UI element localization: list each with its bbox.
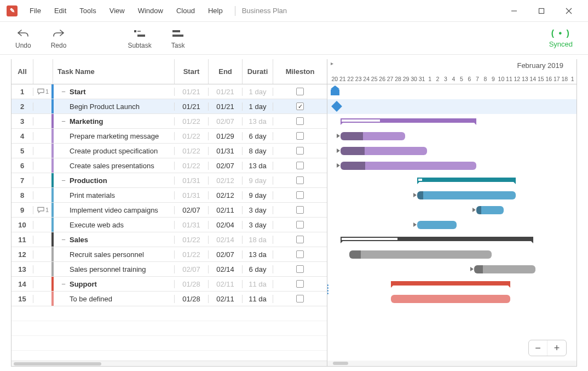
redo-button[interactable]: Redo — [51, 27, 67, 49]
task-name-cell[interactable]: To be defined — [53, 295, 175, 303]
menu-view[interactable]: View — [104, 4, 130, 17]
milestone-checkbox[interactable] — [296, 117, 304, 125]
gantt-row[interactable] — [327, 99, 577, 114]
subtask-button[interactable]: Subtask — [128, 27, 151, 49]
summary-bar[interactable] — [341, 237, 533, 241]
start-cell[interactable]: 02/07 — [175, 265, 209, 273]
start-marker-icon[interactable] — [331, 89, 339, 95]
zoom-in-button[interactable]: + — [547, 340, 566, 356]
duration-cell[interactable]: 13 da — [243, 117, 273, 125]
col-header-start[interactable]: Start — [175, 59, 209, 84]
milestone-cell[interactable] — [273, 102, 327, 110]
task-name-cell[interactable]: Prepare marketing message — [53, 132, 175, 140]
menu-help[interactable]: Help — [203, 4, 228, 17]
table-row-empty[interactable] — [11, 336, 327, 351]
task-name-cell[interactable]: −Marketing — [53, 117, 175, 125]
task-name-cell[interactable]: Execute web ads — [53, 221, 175, 229]
duration-cell[interactable]: 8 day — [243, 147, 273, 155]
milestone-checkbox[interactable] — [296, 250, 304, 258]
milestone-cell[interactable] — [273, 250, 327, 258]
milestone-cell[interactable] — [273, 295, 327, 302]
gantt-row[interactable] — [327, 129, 577, 144]
start-cell[interactable]: 01/28 — [175, 280, 209, 288]
col-header-all[interactable]: All — [11, 59, 33, 84]
table-row[interactable]: 91Implement video campaigns02/0702/113 d… — [11, 203, 327, 218]
end-cell[interactable]: 01/29 — [209, 132, 243, 140]
task-button[interactable]: Task — [171, 27, 185, 49]
col-header-milestone[interactable]: Mileston — [273, 59, 327, 84]
menu-file[interactable]: File — [24, 4, 47, 17]
sync-status[interactable]: ( • ) Synced — [549, 28, 573, 48]
end-cell[interactable]: 02/07 — [209, 117, 243, 125]
end-cell[interactable]: 02/12 — [209, 176, 243, 185]
task-name-cell[interactable]: Create sales presentations — [53, 162, 175, 170]
end-cell[interactable]: 02/12 — [209, 191, 243, 199]
summary-bar[interactable] — [341, 118, 476, 123]
milestone-checkbox[interactable] — [296, 176, 304, 184]
task-name-cell[interactable]: Sales personnel training — [53, 265, 175, 273]
menu-window[interactable]: Window — [132, 4, 169, 17]
task-name-cell[interactable]: Create product specification — [53, 147, 175, 155]
end-cell[interactable]: 02/11 — [209, 295, 243, 303]
milestone-checkbox[interactable] — [296, 102, 304, 110]
menu-tools[interactable]: Tools — [74, 4, 101, 17]
duration-cell[interactable]: 1 day — [243, 88, 273, 96]
collapse-icon[interactable]: − — [60, 280, 67, 288]
milestone-checkbox[interactable] — [296, 162, 304, 169]
table-row[interactable]: 4Prepare marketing message01/2201/296 da… — [11, 129, 327, 144]
task-name-cell[interactable]: −Sales — [53, 236, 175, 244]
milestone-marker[interactable] — [331, 101, 342, 112]
milestone-checkbox[interactable] — [296, 88, 304, 95]
minimize-button[interactable] — [501, 0, 527, 22]
milestone-checkbox[interactable] — [296, 191, 304, 199]
milestone-cell[interactable] — [273, 236, 327, 243]
duration-cell[interactable]: 9 day — [243, 176, 273, 185]
duration-cell[interactable]: 11 da — [243, 295, 273, 303]
gantt-row[interactable] — [327, 173, 577, 188]
task-bar[interactable] — [476, 206, 504, 214]
summary-bar[interactable] — [391, 281, 510, 286]
end-cell[interactable]: 02/11 — [209, 280, 243, 288]
task-name-cell[interactable]: −Production — [53, 176, 175, 185]
collapse-icon[interactable]: − — [60, 236, 67, 244]
duration-cell[interactable]: 6 day — [243, 132, 273, 140]
milestone-checkbox[interactable] — [296, 221, 304, 229]
end-cell[interactable]: 01/21 — [209, 102, 243, 111]
milestone-checkbox[interactable] — [296, 147, 304, 155]
duration-cell[interactable]: 13 da — [243, 250, 273, 259]
table-row[interactable]: 8Print materials01/3102/129 day — [11, 188, 327, 203]
end-cell[interactable]: 02/14 — [209, 265, 243, 273]
scrollbar-thumb[interactable] — [333, 362, 348, 365]
table-row[interactable]: 15To be defined01/2802/1111 da — [11, 292, 327, 306]
table-row[interactable]: 11−Sales01/2202/1418 da — [11, 232, 327, 247]
collapse-icon[interactable]: − — [60, 176, 67, 185]
end-cell[interactable]: 02/07 — [209, 162, 243, 170]
milestone-cell[interactable] — [273, 147, 327, 155]
gantt-row[interactable] — [327, 218, 577, 232]
scrollbar-thumb[interactable] — [14, 362, 101, 366]
start-cell[interactable]: 01/31 — [175, 191, 209, 199]
start-cell[interactable]: 01/22 — [175, 162, 209, 170]
gantt-row[interactable] — [327, 232, 577, 247]
table-row[interactable]: 2Begin Product Launch01/2101/211 day — [11, 99, 327, 114]
milestone-cell[interactable] — [273, 265, 327, 273]
start-cell[interactable]: 01/21 — [175, 102, 209, 111]
task-bar[interactable] — [341, 162, 476, 170]
task-name-cell[interactable]: Begin Product Launch — [53, 102, 175, 111]
start-cell[interactable]: 01/22 — [175, 132, 209, 140]
duration-cell[interactable]: 1 day — [243, 102, 273, 111]
gantt-row[interactable] — [327, 277, 577, 292]
milestone-cell[interactable] — [273, 176, 327, 184]
table-row[interactable]: 6Create sales presentations01/2202/0713 … — [11, 158, 327, 173]
row-comment[interactable]: 1 — [33, 207, 53, 213]
gantt-row[interactable] — [327, 84, 577, 99]
end-cell[interactable]: 01/21 — [209, 88, 243, 96]
start-cell[interactable]: 01/21 — [175, 88, 209, 96]
maximize-button[interactable] — [529, 0, 554, 22]
end-cell[interactable]: 02/07 — [209, 250, 243, 259]
gantt-row[interactable] — [327, 158, 577, 173]
table-row-empty[interactable] — [11, 321, 327, 336]
close-button[interactable] — [556, 0, 581, 22]
duration-cell[interactable]: 3 day — [243, 221, 273, 229]
milestone-cell[interactable] — [273, 191, 327, 199]
